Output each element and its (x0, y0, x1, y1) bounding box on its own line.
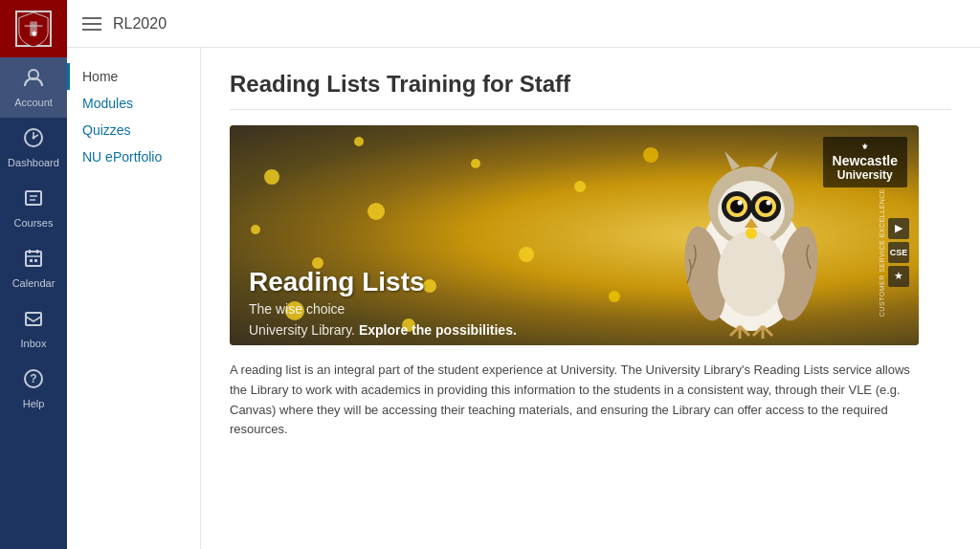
logo-university-text: University (833, 168, 898, 182)
cse-icons: ▶ CSE ★ (888, 218, 909, 287)
account-icon (23, 67, 44, 93)
hamburger-menu[interactable] (82, 17, 101, 31)
svg-rect-14 (34, 259, 37, 262)
courses-icon (23, 187, 44, 213)
cse-text: CUSTOMER SERVICE EXCELLENCE (879, 188, 885, 317)
help-icon: ? (23, 368, 44, 394)
nav-item-modules[interactable]: Modules (67, 90, 200, 117)
sidebar-item-calendar[interactable]: Calendar (0, 238, 67, 298)
sidebar-item-courses[interactable]: Courses (0, 178, 67, 238)
svg-rect-13 (30, 259, 33, 262)
cse-label-icon: CSE (888, 242, 909, 263)
header-title: RL2020 (113, 15, 167, 33)
svg-point-28 (767, 201, 771, 206)
svg-point-5 (33, 137, 35, 140)
university-shield: ⚜ (15, 11, 52, 47)
cse-play-icon: ▶ (888, 218, 909, 239)
sidebar-item-calendar-label: Calendar (12, 277, 56, 289)
reading-lists-banner: ⚜ Newcastle University Reading Lists The… (230, 125, 919, 345)
cse-star-icon: ★ (888, 266, 909, 287)
svg-rect-1 (25, 25, 43, 27)
sidebar: ⚜ Account Dashboard (0, 0, 67, 549)
logo-university-name: Newcastle (833, 153, 898, 168)
banner-bottom-text: University Library. Explore the possibil… (249, 322, 517, 338)
secondary-nav: Home Modules Quizzes NU ePortfolio (67, 48, 201, 549)
svg-text:?: ? (30, 372, 36, 385)
sidebar-item-inbox[interactable]: Inbox (0, 298, 67, 359)
page-description: A reading list is an integral part of th… (230, 361, 919, 440)
inbox-icon (23, 308, 44, 334)
cse-badge: CUSTOMER SERVICE EXCELLENCE ▶ CSE ★ (879, 188, 909, 317)
main-content: RL2020 Home Modules Quizzes NU ePortfoli… (67, 0, 980, 549)
nav-item-nu-eportfolio[interactable]: NU ePortfolio (67, 143, 200, 170)
sidebar-item-courses-label: Courses (14, 217, 54, 229)
nav-item-quizzes[interactable]: Quizzes (67, 117, 200, 143)
sidebar-item-help-label: Help (23, 398, 45, 409)
svg-rect-6 (26, 191, 41, 205)
svg-rect-9 (26, 252, 41, 266)
svg-rect-15 (26, 313, 41, 325)
svg-point-32 (718, 231, 785, 317)
banner-bottom-prefix: University Library. (249, 322, 355, 338)
calendar-icon (23, 248, 44, 274)
svg-point-27 (738, 201, 743, 206)
sidebar-logo: ⚜ (0, 0, 67, 57)
nav-item-home[interactable]: Home (67, 63, 200, 90)
page-content: Reading Lists Training for Staff (201, 48, 980, 549)
svg-marker-35 (763, 151, 778, 170)
content-layout: Home Modules Quizzes NU ePortfolio Readi… (67, 48, 980, 549)
banner-main-text: Reading Lists (249, 268, 425, 297)
newcastle-university-logo: ⚜ Newcastle University (823, 137, 907, 187)
banner-sub-text: The wise choice (249, 301, 425, 317)
sidebar-item-account[interactable]: Account (0, 57, 67, 118)
sidebar-item-account-label: Account (14, 97, 53, 108)
dashboard-icon (23, 127, 44, 153)
sidebar-item-dashboard[interactable]: Dashboard (0, 118, 67, 178)
banner-text-area: Reading Lists The wise choice (249, 268, 425, 317)
svg-point-33 (746, 228, 757, 239)
top-header: RL2020 (67, 0, 980, 48)
svg-text:⚜: ⚜ (31, 30, 37, 38)
sidebar-item-inbox-label: Inbox (21, 338, 47, 349)
page-title: Reading Lists Training for Staff (230, 71, 951, 110)
banner-bottom-bold: Explore the possibilities. (359, 322, 517, 338)
sidebar-item-dashboard-label: Dashboard (8, 157, 59, 168)
svg-marker-34 (724, 151, 740, 170)
sidebar-item-help[interactable]: ? Help (0, 359, 67, 419)
